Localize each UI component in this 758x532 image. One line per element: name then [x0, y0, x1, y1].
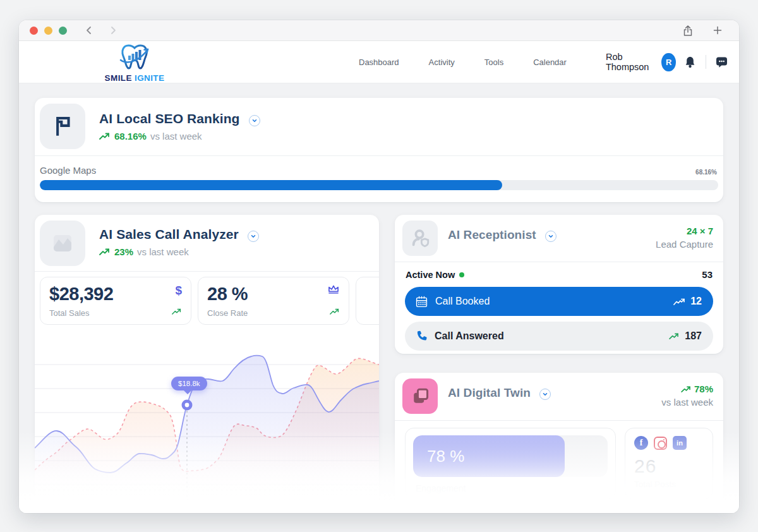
zigzag-trend-icon: [673, 298, 685, 306]
call-booked-label: Call Booked: [435, 296, 490, 307]
social-posts-tile: f in 26 Total Posts: [625, 428, 713, 499]
card-title: AI Sales Call Analyzer: [99, 227, 239, 241]
trend-up-icon: [172, 306, 182, 318]
total-posts-value: 26: [634, 456, 704, 477]
stat-close-rate: 28 % Close Rate: [198, 277, 349, 325]
chart-tooltip: $18.8k: [171, 377, 207, 390]
chart-image-icon: [40, 221, 85, 266]
stat-value: 28 %: [207, 284, 340, 305]
twin-trend: 78%: [661, 384, 713, 394]
close-window-button[interactable]: [30, 27, 38, 35]
trend-value: 23%: [114, 246, 133, 257]
chevron-down-icon[interactable]: [539, 389, 551, 400]
chevron-down-icon[interactable]: [248, 231, 259, 242]
active-now-value: 53: [702, 269, 713, 280]
progress-row-label: Google Maps: [40, 165, 96, 176]
app-header: SMILE IGNITE Dashboard Activity Tools Ca…: [19, 41, 739, 83]
new-tab-icon[interactable]: [713, 25, 723, 35]
badge-24x7: 24 × 7: [656, 226, 713, 236]
trend-up-icon: [99, 132, 111, 140]
stat-value: $28,392: [49, 284, 182, 305]
nav-dashboard[interactable]: Dashboard: [359, 57, 399, 67]
sales-area-chart: $18.8k: [35, 349, 379, 507]
crown-icon: [327, 284, 340, 297]
call-answered-button[interactable]: Call Answered 187: [405, 322, 713, 351]
zoom-window-button[interactable]: [59, 27, 67, 35]
avatar[interactable]: R: [661, 53, 675, 71]
call-booked-value: 12: [690, 296, 702, 307]
engagement-label: Engagement: [416, 483, 608, 493]
trend-up-icon: [99, 248, 111, 256]
seo-progress-fill: [40, 180, 502, 190]
linkedin-icon: in: [673, 436, 687, 450]
header-divider-2: [706, 55, 706, 69]
call-answered-value: 187: [685, 330, 702, 342]
seo-progress-bar: [40, 180, 718, 190]
user-area: Rob Thompson R: [606, 52, 729, 72]
call-booked-button[interactable]: Call Booked 12: [405, 287, 713, 316]
card-sales-analyzer: AI Sales Call Analyzer 23% vs last week: [35, 215, 379, 507]
card-seo-ranking: AI Local SEO Ranking 68.16% vs last week…: [35, 98, 723, 202]
chevron-down-icon[interactable]: [545, 231, 556, 242]
phone-icon: [415, 330, 428, 342]
trend-up-icon: [681, 385, 692, 393]
call-answered-label: Call Answered: [435, 330, 504, 342]
trend-value: 68.16%: [114, 131, 147, 142]
engagement-value: 78 %: [427, 447, 464, 466]
card-title: AI Digital Twin: [448, 386, 531, 399]
top-nav: Dashboard Activity Tools Calendar: [359, 57, 567, 67]
card-divider: [35, 271, 379, 272]
active-status-dot: [459, 272, 464, 277]
calendar-icon: [415, 295, 428, 308]
dollar-icon: $: [175, 284, 182, 298]
active-now-label: Active Now: [406, 270, 455, 280]
stat-total-sales: $28,392 Total Sales $: [40, 277, 191, 325]
right-column: AI Receptionist 24 × 7 Lead Capture: [395, 215, 723, 513]
chevron-down-icon[interactable]: [249, 115, 260, 126]
notifications-bell-icon[interactable]: [684, 56, 696, 69]
trend-suffix: vs last week: [661, 397, 713, 408]
badge-lead-capture: Lead Capture: [656, 239, 713, 250]
copy-squares-icon: [402, 378, 438, 414]
logo-text: SMILE IGNITE: [100, 73, 169, 83]
trend-up-icon: [669, 332, 680, 340]
engagement-bar: 78 %: [413, 435, 608, 477]
smile-ignite-logo[interactable]: SMILE IGNITE: [100, 43, 169, 83]
card-title: AI Local SEO Ranking: [99, 111, 240, 126]
nav-calendar[interactable]: Calendar: [533, 57, 567, 67]
person-shield-icon: [402, 221, 438, 256]
stats-row: $28,392 Total Sales $ 28 % Close Rate: [40, 277, 379, 325]
stat-card-partial: [356, 277, 379, 325]
trend-suffix: vs last week: [150, 131, 202, 142]
flag-icon: [40, 104, 85, 149]
card-digital-twin: AI Digital Twin 78% vs last w: [395, 373, 723, 513]
browser-window: SMILE IGNITE Dashboard Activity Tools Ca…: [19, 20, 739, 513]
back-icon[interactable]: [84, 25, 94, 35]
share-icon[interactable]: [682, 25, 694, 37]
stat-label: Total Sales: [49, 308, 182, 318]
trend-suffix: vs last week: [137, 246, 189, 257]
engagement-fill: 78 %: [413, 435, 565, 477]
engagement-tile: 78 % Engagement: [405, 428, 616, 499]
traffic-lights: [30, 27, 67, 35]
minimize-window-button[interactable]: [44, 27, 52, 35]
trend-up-icon: [330, 306, 340, 318]
chat-icon[interactable]: [715, 56, 728, 69]
dashboard-main: AI Local SEO Ranking 68.16% vs last week…: [19, 83, 739, 513]
nav-activity[interactable]: Activity: [429, 57, 455, 67]
card-title: AI Receptionist: [448, 228, 536, 241]
total-posts-label: Total Posts: [634, 480, 704, 489]
stat-label: Close Rate: [207, 308, 340, 318]
progress-row-value: 68.16%: [695, 169, 717, 176]
nav-tools[interactable]: Tools: [484, 57, 503, 67]
forward-icon[interactable]: [108, 25, 118, 35]
instagram-icon: [654, 437, 667, 450]
tooth-logo-icon: [118, 43, 151, 72]
facebook-icon: f: [634, 436, 648, 450]
browser-chrome: [19, 20, 739, 41]
user-name: Rob Thompson: [606, 52, 654, 72]
trend-value: 78%: [694, 384, 713, 394]
card-receptionist: AI Receptionist 24 × 7 Lead Capture: [395, 215, 723, 354]
